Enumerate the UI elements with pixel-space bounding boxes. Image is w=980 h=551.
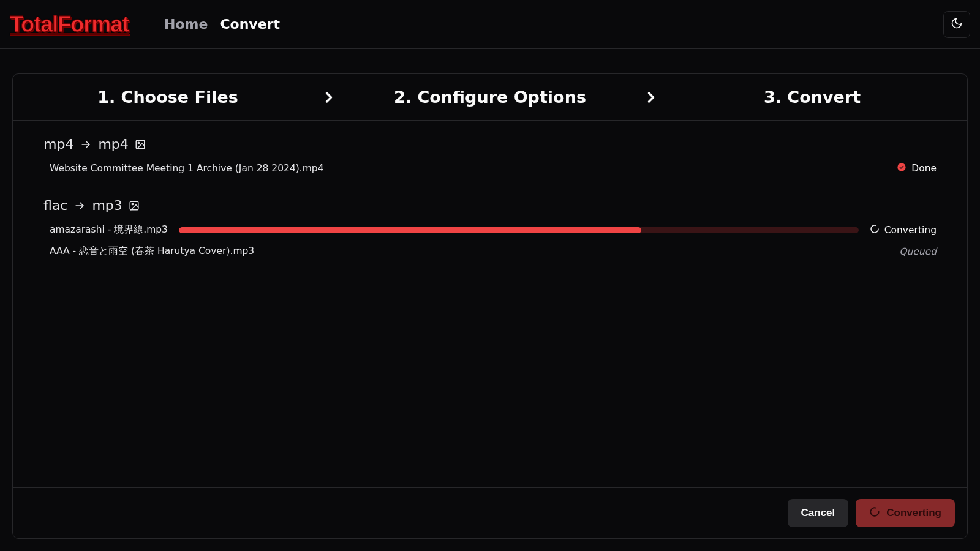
theme-toggle-button[interactable] bbox=[943, 11, 970, 38]
file-name: AAA - 恋音と雨空 (春茶 Harutya Cover).mp3 bbox=[50, 245, 254, 258]
file-name: Website Committee Meeting 1 Archive (Jan… bbox=[50, 163, 324, 174]
status-label: Queued bbox=[899, 246, 937, 257]
arrow-right-icon bbox=[74, 200, 86, 212]
format-to: mp3 bbox=[92, 198, 122, 213]
svg-point-6 bbox=[132, 203, 133, 204]
cancel-button[interactable]: Cancel bbox=[788, 499, 849, 527]
convert-button-label: Converting bbox=[886, 507, 941, 519]
status-label: Done bbox=[911, 163, 937, 174]
panel-footer: Cancel Converting bbox=[13, 487, 967, 538]
logo-text: TotalFormat bbox=[10, 12, 129, 37]
file-list: mp4 mp4 Website Committee Meeting 1 Arch… bbox=[13, 121, 967, 487]
file-name: amazarashi - 境界線.mp3 bbox=[50, 223, 168, 236]
nav-convert[interactable]: Convert bbox=[220, 17, 280, 32]
wizard-steps: 1. Choose Files 2. Configure Options 3. … bbox=[13, 74, 967, 121]
svg-point-3 bbox=[898, 163, 906, 171]
format-to: mp4 bbox=[98, 137, 128, 152]
convert-panel: 1. Choose Files 2. Configure Options 3. … bbox=[12, 73, 968, 539]
top-nav: Home Convert bbox=[164, 17, 280, 32]
conversion-group: mp4 mp4 Website Committee Meeting 1 Arch… bbox=[43, 129, 937, 190]
group-header: mp4 mp4 bbox=[43, 137, 937, 152]
file-row: AAA - 恋音と雨空 (春茶 Harutya Cover).mp3 Queue… bbox=[43, 241, 937, 262]
group-header: flac mp3 bbox=[43, 198, 937, 213]
image-icon bbox=[129, 200, 140, 211]
status-done: Done bbox=[875, 162, 937, 174]
format-from: mp4 bbox=[43, 137, 74, 152]
step-2[interactable]: 2. Configure Options bbox=[341, 88, 639, 107]
convert-button[interactable]: Converting bbox=[856, 499, 955, 527]
loader-icon bbox=[870, 224, 880, 236]
step-1[interactable]: 1. Choose Files bbox=[19, 88, 317, 107]
status-label: Converting bbox=[884, 225, 937, 236]
image-icon bbox=[135, 139, 146, 150]
status-queued: Queued bbox=[875, 246, 937, 257]
conversion-group: flac mp3 amazarashi - 境界線.mp3 bbox=[43, 190, 937, 273]
progress-bar-fill bbox=[179, 227, 641, 233]
loader-icon bbox=[869, 506, 880, 520]
chevron-right-icon bbox=[639, 89, 663, 106]
app-header: TotalFormat Home Convert bbox=[0, 0, 980, 49]
format-from: flac bbox=[43, 198, 67, 213]
file-row: amazarashi - 境界線.mp3 Converting bbox=[43, 219, 937, 241]
nav-home[interactable]: Home bbox=[164, 17, 208, 32]
status-converting: Converting bbox=[870, 224, 937, 236]
svg-point-2 bbox=[138, 142, 139, 143]
logo[interactable]: TotalFormat bbox=[10, 11, 153, 38]
arrow-right-icon bbox=[80, 138, 92, 151]
check-circle-icon bbox=[897, 162, 907, 174]
file-row: Website Committee Meeting 1 Archive (Jan… bbox=[43, 158, 937, 179]
chevron-right-icon bbox=[317, 89, 341, 106]
moon-icon bbox=[951, 17, 963, 31]
step-3[interactable]: 3. Convert bbox=[663, 88, 961, 107]
progress-bar bbox=[179, 227, 859, 233]
